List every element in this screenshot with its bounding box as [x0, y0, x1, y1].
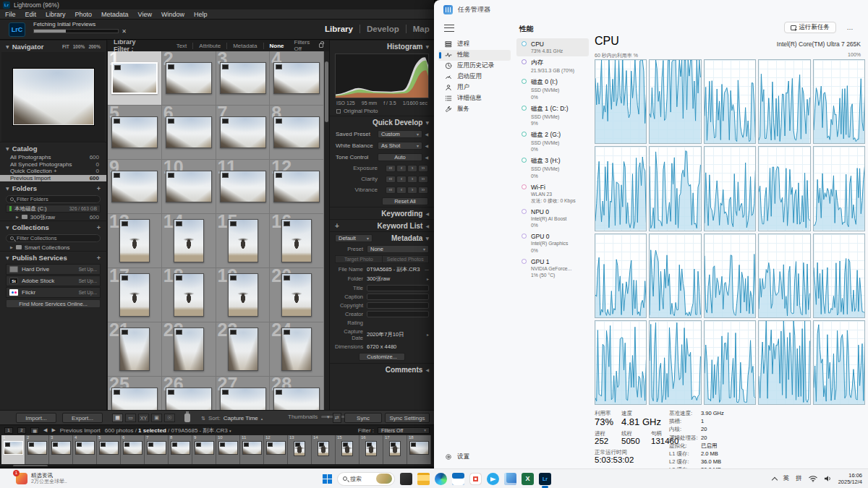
filmstrip-thumbnail[interactable]: 14 — [312, 435, 336, 464]
photo-thumbnail[interactable] — [111, 62, 158, 94]
photo-thumbnail[interactable] — [281, 219, 312, 262]
cpu-core-graph[interactable] — [595, 320, 647, 405]
menu-photo[interactable]: Photo — [75, 11, 93, 18]
metadata-input-title[interactable] — [367, 285, 429, 291]
taskbar-app-photos[interactable] — [504, 473, 516, 485]
cpu-core-graph[interactable] — [649, 320, 701, 405]
cpu-core-graph[interactable] — [649, 234, 701, 318]
photo-thumbnail[interactable] — [119, 219, 150, 262]
folder-item[interactable]: ▶ 300张raw 600 — [0, 213, 106, 221]
photo-thumbnail[interactable] — [111, 388, 158, 410]
photo-thumbnail[interactable] — [220, 171, 266, 202]
cpu-core-graph[interactable] — [758, 59, 810, 144]
taskbar-app-excel[interactable]: X — [522, 473, 534, 485]
grid-photo-cell[interactable]: 2 — [162, 51, 216, 106]
perf-item-npu-0[interactable]: NPU 0Intel(R) AI Boost0% — [516, 206, 589, 231]
filter-option-attribute[interactable]: Attribute — [192, 43, 226, 49]
grid-photo-cell[interactable]: 8 — [270, 106, 324, 160]
run-new-task-button[interactable]: 运行新任务 — [784, 22, 837, 33]
menu-library[interactable]: Library — [46, 11, 66, 18]
white-balance-dropdown[interactable]: As Shot▾ — [378, 142, 422, 150]
menu-help[interactable]: Help — [194, 11, 208, 18]
menu-file[interactable]: File — [5, 11, 16, 18]
taskbar-clock[interactable]: 16:06 2025/12/4 — [838, 472, 862, 486]
perf-item-磁盘-1-c-d-[interactable]: 磁盘 1 (C: D:)SSD (NVMe)9% — [516, 103, 589, 129]
grid-photo-cell[interactable]: 4 — [270, 51, 324, 106]
taskbar-app-edge[interactable] — [435, 473, 447, 485]
grid-photo-cell[interactable]: 1 — [108, 51, 162, 106]
photo-thumbnail[interactable] — [281, 328, 312, 371]
grid-photo-cell[interactable]: 11 — [216, 160, 271, 214]
cpu-core-graph[interactable] — [704, 59, 756, 144]
grid-photo-cell[interactable]: 5 — [108, 106, 162, 160]
module-library[interactable]: Library — [318, 25, 359, 33]
photo-thumbnail[interactable] — [166, 62, 212, 94]
widgets-button[interactable]: 1 精选资讯 2万公里全球晕.. — [16, 472, 67, 484]
photo-thumbnail[interactable] — [119, 328, 150, 371]
perf-item-gpu-1[interactable]: GPU 1NVIDIA GeForce...1% (50 °C) — [516, 256, 589, 281]
grid-shortcut-button[interactable]: ▦ — [30, 427, 39, 434]
photo-thumbnail[interactable] — [281, 273, 312, 317]
photo-thumbnail[interactable] — [111, 116, 158, 148]
ime-mode-indicator[interactable]: 拼 — [796, 474, 802, 483]
cpu-core-graph[interactable] — [813, 320, 865, 405]
photo-thumbnail[interactable] — [273, 388, 320, 410]
ime-language-indicator[interactable]: 英 — [783, 474, 790, 483]
metadata-input-copyright[interactable] — [367, 302, 429, 309]
grid-photo-cell[interactable]: 23 — [216, 322, 271, 377]
grid-view-button[interactable]: ▦ — [112, 414, 123, 422]
folder-drive-row[interactable]: 本地磁盘 (C:) 326 / 663 GB — [6, 205, 101, 213]
toolbar-options-dropdown[interactable]: ▾ — [327, 414, 330, 420]
histogram-header[interactable]: Histogram▼ — [330, 40, 434, 52]
photo-thumbnail[interactable] — [273, 171, 320, 202]
menu-edit[interactable]: Edit — [25, 11, 37, 18]
perf-item-gpu-0[interactable]: GPU 0Intel(R) Graphics0% — [516, 231, 589, 255]
comments-header[interactable]: Comments◀ — [330, 363, 434, 375]
hamburger-menu-icon[interactable] — [444, 25, 454, 32]
original-photo-toggle[interactable]: Original Photo — [330, 106, 434, 116]
nav-item-history[interactable]: 应用历史记录 — [438, 61, 511, 72]
filter-option-text[interactable]: Text — [171, 43, 193, 49]
vibrance-steppers[interactable]: ‹‹‹››› — [386, 187, 428, 194]
metadata-view-dropdown[interactable]: Default▾ — [335, 234, 373, 242]
photo-thumbnail[interactable] — [174, 273, 204, 317]
grid-photo-cell[interactable]: 7 — [216, 106, 271, 160]
grid-photo-cell[interactable]: 18 — [162, 268, 216, 322]
photo-thumbnail[interactable] — [220, 62, 266, 94]
perf-item-磁盘-3-h-[interactable]: 磁盘 3 (H:)SSD (NVMe)0% — [516, 155, 589, 181]
back-arrow[interactable]: ◀ — [43, 427, 47, 433]
menu-view[interactable]: View — [138, 11, 152, 18]
filmstrip-thumbnail[interactable]: 17 — [383, 435, 407, 464]
grid-photo-cell[interactable]: 6 — [162, 106, 216, 160]
quick-develop-header[interactable]: Quick Develop▼ — [330, 116, 434, 128]
cpu-core-graph[interactable] — [595, 146, 647, 231]
clarity-steppers[interactable]: ‹‹‹››› — [386, 176, 428, 183]
filmstrip-thumbnail[interactable]: 1 — [1, 435, 25, 464]
exposure-steppers[interactable]: ‹‹‹››› — [386, 165, 428, 172]
people-view-button[interactable]: ☉ — [164, 414, 175, 422]
publish-service-flickr[interactable]: FlickrSet Up... — [6, 287, 101, 298]
perf-item-磁盘-2-g-[interactable]: 磁盘 2 (G:)SSD (NVMe)0% — [516, 129, 589, 155]
nav-item-startup[interactable]: 启动应用 — [438, 72, 511, 82]
loupe-view-button[interactable]: ▭ — [125, 414, 136, 422]
grid-photo-cell[interactable]: 16 — [270, 214, 324, 268]
filmstrip-thumbnail[interactable]: 5 — [97, 435, 121, 464]
painter-tool-icon[interactable] — [184, 414, 190, 422]
compare-view-button[interactable]: XY — [138, 414, 149, 422]
navigator-header[interactable]: ▼Navigator FIT 100% 200% — [0, 40, 106, 52]
filmstrip-thumbnail[interactable]: 7 — [145, 435, 169, 464]
cpu-core-graph[interactable] — [595, 234, 647, 318]
filmstrip-thumbnail[interactable]: 12 — [264, 435, 288, 464]
photo-thumbnail[interactable] — [228, 219, 258, 262]
cpu-core-graph[interactable] — [758, 320, 810, 405]
collections-header[interactable]: ▼Collections+ — [0, 221, 106, 233]
grid-photo-cell[interactable]: 13 — [108, 214, 162, 268]
sync-button[interactable]: Sync — [344, 413, 382, 423]
grid-photo-cell[interactable]: 26 — [162, 377, 216, 410]
cpu-core-graph[interactable] — [649, 59, 701, 144]
sort-control[interactable]: ⇅ Sort: Capture Time ▴ — [201, 415, 263, 421]
grid-photo-cell[interactable]: 24 — [270, 322, 324, 377]
keyword-list-header[interactable]: + Keyword List◀ — [330, 219, 434, 231]
saved-preset-dropdown[interactable]: Custom▾ — [378, 130, 422, 138]
photo-thumbnail[interactable] — [228, 328, 258, 371]
